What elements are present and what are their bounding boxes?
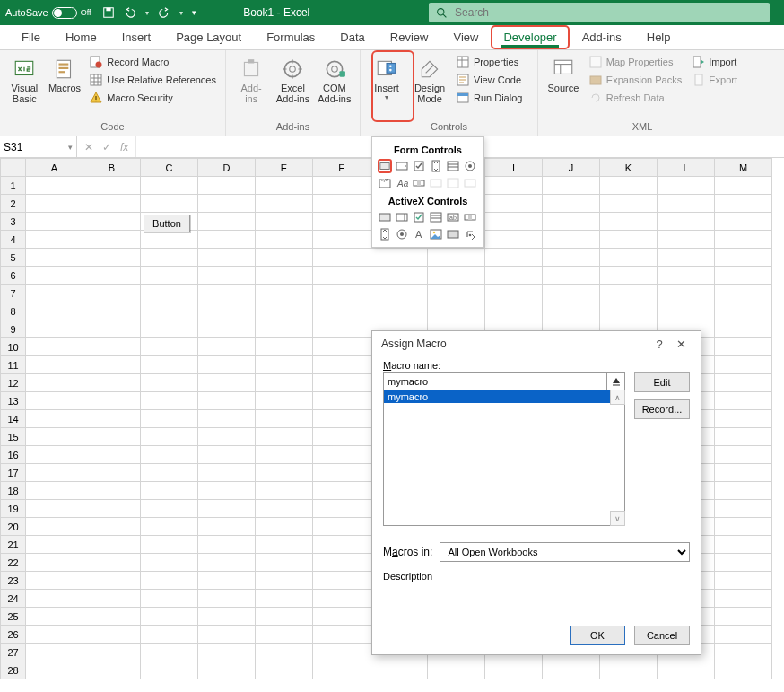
cell[interactable] xyxy=(83,446,141,464)
cell[interactable] xyxy=(141,590,198,608)
macro-name-input[interactable] xyxy=(383,372,607,390)
column-header[interactable]: I xyxy=(485,159,543,177)
row-header[interactable]: 4 xyxy=(1,231,26,249)
cell[interactable] xyxy=(141,554,198,572)
cell[interactable] xyxy=(26,267,83,285)
cell[interactable] xyxy=(83,482,141,500)
cell[interactable] xyxy=(313,518,370,536)
cell[interactable] xyxy=(715,195,772,213)
cell[interactable] xyxy=(141,231,198,249)
form-textfield-icon[interactable] xyxy=(429,176,443,190)
cell[interactable] xyxy=(313,213,370,231)
tab-file[interactable]: File xyxy=(9,25,53,49)
column-header[interactable]: C xyxy=(141,159,198,177)
ax-listbox-icon[interactable] xyxy=(429,210,443,224)
row-header[interactable]: 7 xyxy=(1,285,26,302)
cell[interactable] xyxy=(313,464,370,482)
cell[interactable] xyxy=(313,661,370,679)
ax-commandbutton-icon[interactable] xyxy=(378,210,392,224)
tab-formulas[interactable]: Formulas xyxy=(254,25,327,49)
row-header[interactable]: 21 xyxy=(1,536,26,554)
cell[interactable] xyxy=(26,482,83,500)
row-header[interactable]: 17 xyxy=(1,464,26,482)
cell[interactable] xyxy=(83,500,141,518)
cell[interactable] xyxy=(370,249,428,267)
macros-button[interactable]: Macros xyxy=(48,54,83,121)
cell[interactable] xyxy=(600,661,658,679)
cell[interactable] xyxy=(198,644,256,661)
cell[interactable] xyxy=(198,302,256,320)
macro-reference-button[interactable] xyxy=(607,372,625,390)
cell[interactable] xyxy=(256,661,313,679)
cell[interactable] xyxy=(198,249,256,267)
close-icon[interactable]: ✕ xyxy=(670,337,692,351)
cell[interactable] xyxy=(256,410,313,428)
cell[interactable] xyxy=(543,195,600,213)
cell[interactable] xyxy=(198,428,256,446)
cell[interactable] xyxy=(715,500,772,518)
use-relative-references-button[interactable]: Use Relative References xyxy=(87,72,218,88)
form-combo-dd-icon[interactable] xyxy=(463,176,477,190)
properties-button[interactable]: Properties xyxy=(454,54,524,70)
row-header[interactable]: 2 xyxy=(1,195,26,213)
cell[interactable] xyxy=(26,536,83,554)
cell[interactable] xyxy=(256,231,313,249)
cell[interactable] xyxy=(141,267,198,285)
form-spinner-icon[interactable] xyxy=(429,159,443,173)
cell[interactable] xyxy=(83,374,141,392)
cell[interactable] xyxy=(715,608,772,626)
row-header[interactable]: 1 xyxy=(1,177,26,195)
ax-scrollbar-icon[interactable] xyxy=(463,210,477,224)
cell[interactable] xyxy=(313,302,370,320)
cell[interactable] xyxy=(715,392,772,410)
cell[interactable] xyxy=(198,590,256,608)
cell[interactable] xyxy=(26,213,83,231)
cell[interactable] xyxy=(313,482,370,500)
cell[interactable] xyxy=(26,464,83,482)
cell[interactable] xyxy=(141,464,198,482)
cell[interactable] xyxy=(83,392,141,410)
cell[interactable] xyxy=(83,590,141,608)
cell[interactable] xyxy=(26,285,83,302)
cell[interactable] xyxy=(485,661,543,679)
ax-combobox-icon[interactable] xyxy=(395,210,409,224)
cell[interactable] xyxy=(83,267,141,285)
scroll-up-icon[interactable]: ∧ xyxy=(610,390,625,405)
cell[interactable] xyxy=(600,177,658,195)
cell[interactable] xyxy=(313,626,370,644)
cell[interactable] xyxy=(485,285,543,302)
row-header[interactable]: 12 xyxy=(1,374,26,392)
cell[interactable] xyxy=(83,428,141,446)
help-icon[interactable]: ? xyxy=(649,337,670,351)
cell[interactable] xyxy=(256,428,313,446)
cell[interactable] xyxy=(83,320,141,338)
cell[interactable] xyxy=(543,249,600,267)
import-button[interactable]: Import xyxy=(689,54,739,70)
cell[interactable] xyxy=(658,195,715,213)
fx-icon[interactable]: fx xyxy=(120,141,128,153)
cell[interactable] xyxy=(543,177,600,195)
row-header[interactable]: 13 xyxy=(1,392,26,410)
cell[interactable] xyxy=(141,482,198,500)
cell[interactable] xyxy=(141,518,198,536)
cell[interactable] xyxy=(256,177,313,195)
cell[interactable] xyxy=(715,482,772,500)
cell[interactable] xyxy=(83,338,141,356)
cell[interactable] xyxy=(26,231,83,249)
view-code-button[interactable]: View Code xyxy=(454,72,524,88)
cell[interactable] xyxy=(198,356,256,374)
tab-data[interactable]: Data xyxy=(327,25,377,49)
search-input[interactable] xyxy=(455,6,762,19)
cell[interactable] xyxy=(600,302,658,320)
cell[interactable] xyxy=(256,608,313,626)
name-box-input[interactable] xyxy=(4,141,57,153)
cell[interactable] xyxy=(141,302,198,320)
cell[interactable] xyxy=(83,554,141,572)
cell[interactable] xyxy=(256,500,313,518)
cell[interactable] xyxy=(658,302,715,320)
cell[interactable] xyxy=(715,590,772,608)
row-header[interactable]: 19 xyxy=(1,500,26,518)
cell[interactable] xyxy=(485,267,543,285)
chevron-down-icon[interactable]: ▾ xyxy=(68,143,73,152)
cell[interactable] xyxy=(715,285,772,302)
